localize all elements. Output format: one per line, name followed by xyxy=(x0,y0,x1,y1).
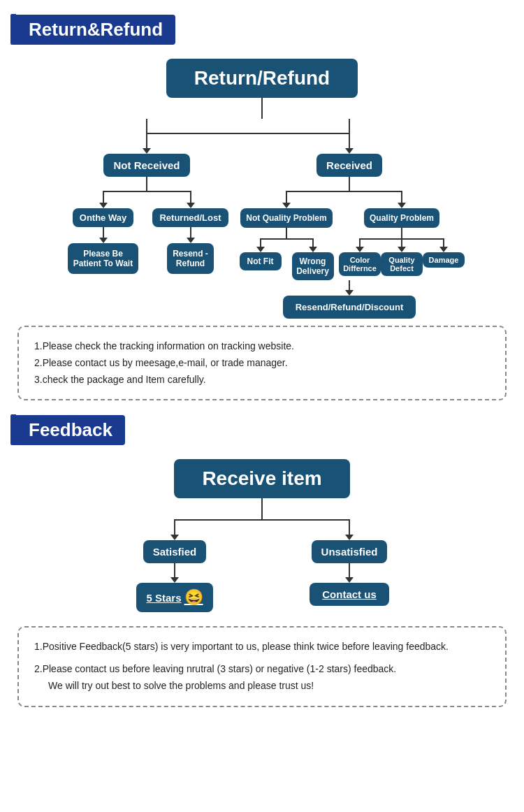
satisfied-node: Satisfied xyxy=(143,540,207,563)
feedback-split: Satisfied 5 Stars 😆 Unsatisfied xyxy=(87,519,437,612)
right-branch-col: Received Not Quality Problem xyxy=(234,119,465,319)
right-arrow xyxy=(345,148,354,154)
unsatisfied-col: Unsatisfied Contact us xyxy=(262,519,437,606)
not-quality-col: Not Quality Problem xyxy=(234,191,339,280)
root-vline xyxy=(261,98,263,119)
left-arrow xyxy=(143,148,151,154)
feedback-header: Feedback xyxy=(10,414,514,445)
return-refund-flowchart: Return/Refund Not Received xyxy=(10,59,514,319)
return-refund-info-box: 1.Please check the tracking information … xyxy=(17,326,507,400)
main-split: Not Received Onthe Way xyxy=(59,119,465,319)
left-branch-col: Not Received Onthe Way xyxy=(59,119,234,274)
quality-defect-node: QualityDefect xyxy=(381,252,423,276)
five-stars-label: 5 Stars xyxy=(146,592,181,604)
feedback-info-box: 1.Positive Feedback(5 stars) is very imp… xyxy=(17,626,507,706)
info-line-2: 2.Please contact us by meesage,e-mail, o… xyxy=(34,355,490,372)
damage-node: Damage xyxy=(423,252,465,268)
wrong-delivery-col: WrongDelivery xyxy=(286,238,339,280)
feedback-header-bar xyxy=(10,414,16,445)
feedback-info-line-2: 2.Please contact us before leaving nrutr… xyxy=(34,661,490,678)
resend-refund-node: Resend -Refund xyxy=(167,243,214,274)
not-quality-problem-node: Not Quality Problem xyxy=(240,208,332,228)
feedback-section: Feedback Receive item Satisfied xyxy=(10,414,514,706)
ontheway-col: Onthe Way Please BePatient To Wait xyxy=(59,191,147,274)
not-received-node: Not Received xyxy=(103,154,189,177)
quality-col: Quality Problem xyxy=(339,191,465,276)
not-fit-col: Not Fit xyxy=(234,238,286,270)
quality-problem-node: Quality Problem xyxy=(364,208,439,228)
five-stars-node: 5 Stars 😆 xyxy=(136,583,212,612)
received-node: Received xyxy=(316,154,382,177)
damage-col: Damage xyxy=(423,238,465,268)
info-line-1: 1.Please check the tracking information … xyxy=(34,338,490,355)
wrong-delivery-node: WrongDelivery xyxy=(292,252,334,280)
quality-defect-col: QualityDefect xyxy=(381,238,423,276)
root-node: Return/Refund xyxy=(166,59,358,98)
contact-us-node[interactable]: Contact us xyxy=(310,583,389,606)
feedback-flowchart: Receive item Satisfied 5 Stars xyxy=(10,459,514,612)
returned-lost-node: Returned/Lost xyxy=(152,208,228,227)
returned-col: Returned/Lost Resend -Refund xyxy=(147,191,234,274)
not-fit-node: Not Fit xyxy=(240,252,282,270)
header-bar xyxy=(10,14,16,45)
resend-refund-discount-node: Resend/Refund/Discount xyxy=(283,296,416,319)
return-refund-title: Return&Refund xyxy=(16,15,175,45)
happy-emoji: 😆 xyxy=(184,588,203,607)
satisfied-col: Satisfied 5 Stars 😆 xyxy=(87,519,262,612)
return-refund-section: Return&Refund Return/Refund xyxy=(10,14,514,400)
ontheway-node: Onthe Way xyxy=(73,208,133,227)
feedback-info-line-3: We will try out best to solve the proble… xyxy=(48,678,490,695)
feedback-title: Feedback xyxy=(16,415,125,445)
color-diff-col: ColorDiffernce xyxy=(339,238,381,276)
receive-item-node: Receive item xyxy=(174,459,349,498)
feedback-info-line-1: 1.Positive Feedback(5 stars) is very imp… xyxy=(34,639,490,655)
return-refund-header: Return&Refund xyxy=(10,14,514,45)
patient-node: Please BePatient To Wait xyxy=(68,243,138,274)
color-diff-node: ColorDiffernce xyxy=(339,252,381,276)
info-line-3: 3.check the package and Item carefully. xyxy=(34,372,490,389)
unsatisfied-node: Unsatisfied xyxy=(312,540,388,563)
